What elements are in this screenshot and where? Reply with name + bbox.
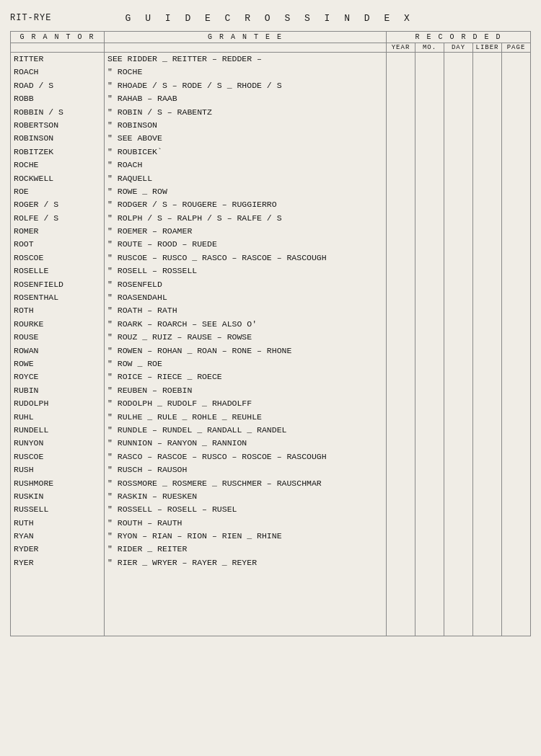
- day-cell: [444, 132, 473, 145]
- day-cell: [444, 92, 473, 105]
- day-cell: [444, 357, 473, 370]
- year-cell: [387, 318, 415, 331]
- day-cell: [444, 146, 473, 159]
- table-row: RUTH" ROUTH – RAUTH: [11, 517, 531, 530]
- mo-cell: [415, 318, 444, 331]
- liber-cell: [473, 331, 502, 344]
- grantee-cell: " ROARK – ROARCH – SEE ALSO O': [105, 318, 387, 331]
- liber-cell: [473, 79, 502, 92]
- page-cell: [502, 357, 531, 370]
- mo-cell: [415, 252, 444, 264]
- mo-cell: [415, 146, 444, 159]
- liber-cell: [473, 397, 502, 410]
- grantor-header: G R A N T O R: [11, 32, 105, 43]
- grantee-cell: " ROBIN / S – RABENTZ: [105, 106, 387, 119]
- day-cell: [444, 370, 473, 383]
- table-row: ROYCE" ROICE – RIECE _ ROECE: [11, 370, 531, 383]
- liber-cell: [473, 344, 502, 357]
- day-cell: [444, 53, 473, 66]
- day-cell: [444, 66, 473, 79]
- mo-cell: [415, 185, 444, 198]
- day-cell: [444, 411, 473, 424]
- table-row: ROOT" ROUTE – ROOD – RUEDE: [11, 238, 531, 251]
- year-cell: [387, 212, 415, 225]
- page-cell: [502, 264, 531, 277]
- page-cell: [502, 172, 531, 185]
- grantee-cell: " ROUBICEK`: [105, 146, 387, 159]
- day-cell: [444, 291, 473, 304]
- table-row: ROCKWELL" RAQUELL: [11, 172, 531, 185]
- liber-cell: [473, 252, 502, 264]
- liber-cell: [473, 503, 502, 516]
- grantee-cell: " RUNDLE – RUNDEL _ RANDALL _ RANDEL: [105, 424, 387, 437]
- empty-row: [11, 609, 531, 622]
- year-cell: [387, 79, 415, 92]
- grantee-cell: " RUSCOE – RUSCO _ RASCO – RASCOE – RASC…: [105, 252, 387, 264]
- day-cell: [444, 543, 473, 556]
- page-cell: [502, 225, 531, 238]
- grantee-cell: " ROW _ ROE: [105, 357, 387, 370]
- grantee-header: G R A N T E E: [105, 32, 387, 43]
- year-cell: [387, 132, 415, 145]
- mo-cell: [415, 503, 444, 516]
- grantor-cell: RUSH: [11, 463, 105, 476]
- grantee-cell: " RODOLPH _ RUDOLF _ RHADOLFF: [105, 397, 387, 410]
- grantee-cell: " RUNNION – RANYON _ RANNION: [105, 437, 387, 450]
- grantee-cell: " RIDER _ REITER: [105, 543, 387, 556]
- liber-cell: [473, 318, 502, 331]
- page-cell: [502, 411, 531, 424]
- title-row: RIT-RYE G U I D E C R O S S I N D E X: [10, 13, 531, 24]
- day-cell: [444, 185, 473, 198]
- mo-cell: [415, 411, 444, 424]
- year-cell: [387, 119, 415, 132]
- mo-cell: [415, 463, 444, 476]
- grantee-cell: " ROSSMORE _ ROSMERE _ RUSCHMER – RAUSCH…: [105, 477, 387, 490]
- grantor-cell: RUSCOE: [11, 450, 105, 463]
- page-cell: [502, 66, 531, 79]
- table-row: ROUSE" ROUZ _ RUIZ – RAUSE – ROWSE: [11, 331, 531, 344]
- day-cell: [444, 490, 473, 503]
- year-cell: [387, 530, 415, 543]
- page-cell: [502, 159, 531, 172]
- year-cell: [387, 411, 415, 424]
- day-cell: [444, 503, 473, 516]
- page-cell: [502, 424, 531, 437]
- year-cell: [387, 344, 415, 357]
- grantor-cell: RYER: [11, 556, 105, 569]
- year-cell: [387, 172, 415, 185]
- liber-cell: [473, 53, 502, 66]
- table-row: ROE" ROWE _ ROW: [11, 185, 531, 198]
- grantee-cell: " RASCO – RASCOE – RUSCO – ROSCOE – RASC…: [105, 450, 387, 463]
- day-cell: [444, 172, 473, 185]
- year-cell: [387, 370, 415, 383]
- liber-cell: [473, 264, 502, 277]
- mo-cell: [415, 530, 444, 543]
- grantor-cell: ROCHE: [11, 159, 105, 172]
- liber-cell: [473, 146, 502, 159]
- page-cell: [502, 318, 531, 331]
- liber-cell: [473, 357, 502, 370]
- mo-cell: [415, 92, 444, 105]
- year-cell: [387, 517, 415, 530]
- grantee-cell: " RASKIN – RUESKEN: [105, 490, 387, 503]
- mo-cell: [415, 543, 444, 556]
- grantee-cell: " RAHAB – RAAB: [105, 92, 387, 105]
- mo-cell: [415, 424, 444, 437]
- mo-cell: [415, 517, 444, 530]
- day-cell: [444, 556, 473, 569]
- table-row: ROCHE" ROACH: [11, 159, 531, 172]
- grantee-cell: SEE RIDDER _ REITTER – REDDER –: [105, 53, 387, 66]
- year-cell: [387, 463, 415, 476]
- grantor-cell: ROSCOE: [11, 252, 105, 264]
- grantee-cell: " ROASENDAHL: [105, 291, 387, 304]
- day-cell: [444, 477, 473, 490]
- liber-cell: [473, 132, 502, 145]
- liber-cell: [473, 198, 502, 211]
- page-cell: [502, 331, 531, 344]
- grantee-cell: " ROUZ _ RUIZ – RAUSE – ROWSE: [105, 331, 387, 344]
- grantor-cell: ROURKE: [11, 318, 105, 331]
- empty-row: [11, 583, 531, 596]
- year-cell: [387, 384, 415, 397]
- page-cell: [502, 344, 531, 357]
- day-cell: [444, 517, 473, 530]
